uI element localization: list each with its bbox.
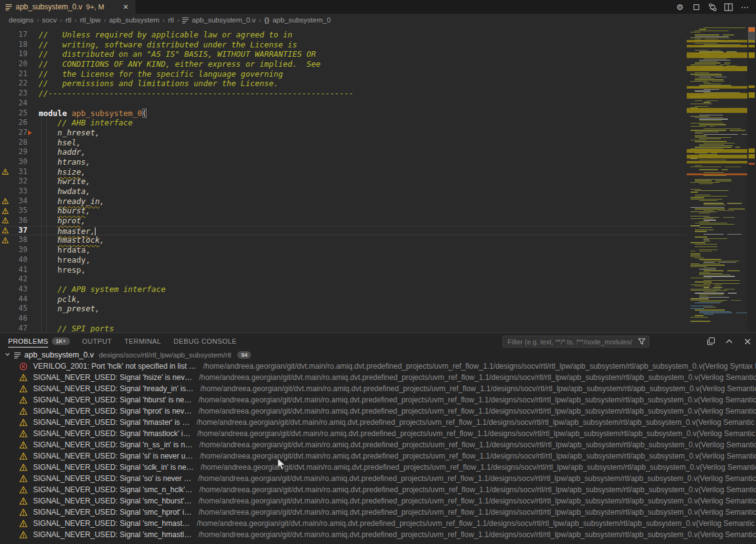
code-line-44[interactable]: 44 pclk, (0, 294, 687, 304)
problem-row[interactable]: SIGNAL_NEVER_USED: Signal 'hburst' is ne… (0, 394, 756, 406)
code-line-27[interactable]: 27 n_hreset, (0, 128, 687, 138)
tab-apb-subsystem-0[interactable]: apb_subsystem_0.v 9+, M ✕ (0, 0, 136, 14)
collapse-all-icon[interactable] (706, 336, 716, 346)
minimap-line (699, 274, 730, 275)
panel-tab-problems[interactable]: PROBLEMS1K+ (8, 333, 70, 349)
minimap-line (690, 130, 726, 130)
code-line-37[interactable]: 37 hmaster, (0, 226, 687, 236)
line-content: hmastlock, (27, 235, 104, 245)
breadcrumb-item-rtl[interactable]: rtl (168, 16, 174, 24)
code-line-26[interactable]: 26 // AHB interface (0, 118, 687, 128)
code-line-35[interactable]: 35 hburst, (0, 206, 687, 216)
close-panel-icon[interactable] (742, 336, 752, 346)
code-line-25[interactable]: 25module apb_subsystem_0( (0, 109, 687, 119)
code-line-32[interactable]: 32 hwrite, (0, 177, 687, 187)
breadcrumb-item-socv[interactable]: socv (42, 16, 57, 24)
settings-gear-icon[interactable]: ⚙ (675, 2, 685, 12)
problem-row[interactable]: SIGNAL_NEVER_USED: Signal 'smc_n_hclk'…/… (0, 484, 756, 495)
breadcrumb-item-apb_subsystem[interactable]: apb_subsystem (109, 16, 160, 24)
warning-icon (19, 452, 27, 460)
problem-row[interactable]: SIGNAL_NEVER_USED: Signal 'hmaster' is …… (0, 417, 756, 428)
code-line-40[interactable]: 40 hready, (0, 255, 687, 265)
code-line-23[interactable]: 23//------------------------------------… (0, 89, 687, 99)
minimap-line (695, 62, 720, 63)
problem-row[interactable]: VERILOG_2001: Port 'hclk' not specified … (0, 361, 756, 372)
code-editor[interactable]: 17// Unless required by applicable law o… (0, 26, 687, 333)
problem-source-path: /home/andreea.georgian/git/dvt.main/ro.a… (199, 508, 756, 517)
problem-row[interactable]: SIGNAL_NEVER_USED: Signal 'so' is never … (0, 473, 756, 484)
line-number: 35 (11, 206, 27, 216)
panel-tab-debug-console[interactable]: DEBUG CONSOLE (174, 333, 237, 349)
panel-tab-output[interactable]: OUTPUT (82, 333, 112, 349)
more-actions-icon[interactable]: ⋯ (740, 2, 750, 12)
minimap[interactable] (687, 26, 747, 333)
code-line-28[interactable]: 28 hsel, (0, 138, 687, 148)
line-content: // the License for the specific language… (27, 69, 283, 79)
problems-file-group[interactable]: apb_subsystem_0.vdesigns/socv/rtl/rtl_lp… (0, 349, 756, 361)
code-line-29[interactable]: 29 haddr, (0, 147, 687, 157)
problem-row[interactable]: SIGNAL_NEVER_USED: Signal 'hready_in' is… (0, 383, 756, 394)
code-line-17[interactable]: 17// Unless required by applicable law o… (0, 30, 687, 40)
breadcrumb-item-apb_subsystem_0[interactable]: {}apb_subsystem_0 (264, 16, 331, 24)
minimap-line (704, 283, 740, 284)
open-changes-icon[interactable] (707, 2, 717, 12)
minimap-line (695, 72, 709, 73)
problem-row[interactable]: SIGNAL_NEVER_USED: Signal 'hsize' is nev… (0, 372, 756, 383)
minimap-line (695, 190, 729, 191)
problem-source-path: /home/andreea.georgian/git/dvt.main/ro.a… (200, 452, 756, 460)
chevron-down-icon[interactable] (4, 351, 14, 359)
code-line-42[interactable]: 42 (0, 274, 687, 284)
code-line-20[interactable]: 20// CONDITIONS OF ANY KIND, either expr… (0, 59, 687, 69)
minimap-line (717, 210, 734, 211)
line-number: 18 (11, 40, 27, 50)
code-line-36[interactable]: 36 hprot, (0, 216, 687, 226)
code-line-45[interactable]: 45 n_preset, (0, 304, 687, 314)
code-line-31[interactable]: 31 hsize, (0, 167, 687, 177)
code-line-34[interactable]: 34 hready_in, (0, 197, 687, 206)
breadcrumb-item-rtl[interactable]: rtl (66, 16, 72, 24)
problem-row[interactable]: SIGNAL_NEVER_USED: Signal 'hmastlock' i…… (0, 428, 756, 439)
group-problem-count: 94 (237, 351, 251, 359)
problem-row[interactable]: SIGNAL_NEVER_USED: Signal 'si' is never … (0, 450, 756, 462)
code-line-46[interactable]: 46 (0, 314, 687, 324)
problem-row[interactable]: SIGNAL_NEVER_USED: Signal 'smc_hburst'…/… (0, 495, 756, 507)
code-line-41[interactable]: 41 hresp, (0, 265, 687, 275)
code-line-30[interactable]: 30 htrans, (0, 157, 687, 167)
code-line-19[interactable]: 19// distributed on an "AS IS" BASIS, WI… (0, 49, 687, 59)
code-line-43[interactable]: 43 // APB system interface (0, 284, 687, 294)
problem-row[interactable]: SIGNAL_NEVER_USED: Signal 'smc_hmastl…/h… (0, 529, 756, 540)
line-number: 24 (11, 99, 27, 109)
code-line-18[interactable]: 18// writing, software distributed under… (0, 40, 687, 50)
code-line-47[interactable]: 47 // SPI ports (0, 324, 687, 333)
breadcrumb-item-rtl_lpw[interactable]: rtl_lpw (80, 16, 101, 24)
line-number: 34 (11, 197, 27, 206)
problem-row[interactable]: SIGNAL_NEVER_USED: Signal 'n_ss_in' is n… (0, 439, 756, 450)
breadcrumb-label: designs (9, 16, 34, 24)
filter-funnel-icon[interactable] (635, 338, 649, 345)
breadcrumb-item-apb_subsystem_0.v[interactable]: apb_subsystem_0.v (182, 16, 255, 24)
minimap-line (704, 129, 741, 129)
square-icon[interactable] (691, 2, 701, 12)
close-tab-icon[interactable]: ✕ (121, 3, 130, 11)
code-line-24[interactable]: 24 (0, 99, 687, 109)
split-editor-icon[interactable] (724, 2, 734, 12)
problem-row[interactable]: SIGNAL_NEVER_USED: Signal 'smc_hprot' i…… (0, 507, 756, 518)
problem-row[interactable]: SIGNAL_NEVER_USED: Signal 'hprot' is nev… (0, 406, 756, 417)
code-line-39[interactable]: 39 hrdata, (0, 245, 687, 255)
filter-input[interactable] (503, 338, 635, 346)
problem-row[interactable]: SIGNAL_NEVER_USED: Signal 'smc_hmast…/ho… (0, 518, 756, 529)
line-number: 29 (11, 147, 27, 157)
problem-row[interactable]: SIGNAL_NEVER_USED: Signal 'sclk_in' is n… (0, 462, 756, 473)
line-number: 44 (11, 294, 27, 304)
code-line-38[interactable]: 38 hmastlock, (0, 235, 687, 245)
problem-message: SIGNAL_NEVER_USED: Signal 'smc_hburst'… (33, 497, 192, 505)
line-number: 41 (11, 265, 27, 275)
problems-filter[interactable] (503, 336, 649, 347)
maximize-panel-icon[interactable] (724, 336, 734, 346)
code-line-21[interactable]: 21// the License for the specific langua… (0, 69, 687, 79)
code-line-22[interactable]: 22// permissions and limitations under t… (0, 79, 687, 89)
code-line-33[interactable]: 33 hwdata, (0, 187, 687, 197)
editor-scrollbar[interactable] (747, 26, 756, 333)
breadcrumb-item-designs[interactable]: designs (9, 16, 34, 24)
panel-tab-terminal[interactable]: TERMINAL (124, 333, 161, 349)
